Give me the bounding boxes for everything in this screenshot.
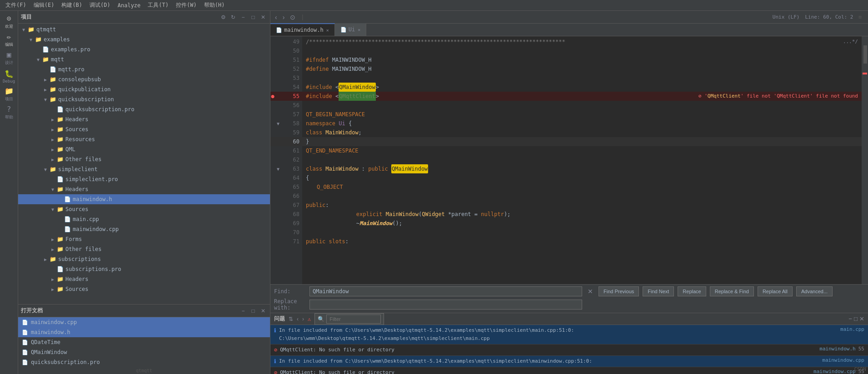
tree-item-consolepubsub[interactable]: ▶ 📁 consolepubsub <box>18 74 270 84</box>
tree-item-qs-qml[interactable]: ▶ 📁 QML <box>18 144 270 154</box>
code-line-65: Q_OBJECT <box>302 182 862 192</box>
problem-item-1[interactable]: ⊘ QMqttClient: No such file or directory… <box>270 344 868 356</box>
tree-label-main-cpp: main.cpp <box>73 216 99 222</box>
replace-find-btn[interactable]: Replace & Find <box>710 286 754 296</box>
sidebar-welcome[interactable]: ⊙ 欢迎 <box>1 14 17 30</box>
tree-item-qs-resources[interactable]: ▶ 📁 Resources <box>18 134 270 144</box>
problems-window-controls: − □ ✕ <box>848 315 864 322</box>
sidebar-debug[interactable]: 🐛 Debug <box>1 68 17 84</box>
sidebar-help[interactable]: ? 帮助 <box>1 104 17 121</box>
sidebar-design[interactable]: ▣ 设计 <box>1 50 17 66</box>
open-file-qs-pro[interactable]: 📄 quicksubscription.pro <box>18 357 270 367</box>
open-file-qmainwindow[interactable]: 📄 QMainWindow <box>18 347 270 357</box>
tree-item-simpleclient[interactable]: ▼ 📁 simpleclient <box>18 164 270 174</box>
problems-nav-prev[interactable]: ‹ <box>297 316 299 322</box>
sidebar-edit[interactable]: ✏ 编辑 <box>1 32 17 48</box>
project-tree[interactable]: ▼ 📁 qtmqtt ▼ 📁 examples ▶ 📄 examples.pro… <box>18 24 270 304</box>
tree-item-subscriptions[interactable]: ▶ 📁 subscriptions <box>18 254 270 264</box>
code-content[interactable]: /***************************************… <box>302 36 862 284</box>
tree-item-sc-forms[interactable]: ▶ 📁 Forms <box>18 234 270 244</box>
tree-item-quickpublication[interactable]: ▶ 📁 quickpublication <box>18 84 270 94</box>
tree-item-subscriptions-pro[interactable]: ▶ 📄 subscriptions.pro <box>18 264 270 274</box>
tree-item-sc-headers[interactable]: ▼ 📁 Headers <box>18 184 270 194</box>
gutter-68 <box>270 210 275 219</box>
replace-input[interactable] <box>309 300 582 310</box>
ln-66: 66 <box>281 192 302 201</box>
nav-back[interactable]: ‹ <box>273 13 279 22</box>
replace-all-btn[interactable]: Replace All <box>758 286 793 296</box>
open-files-maximize[interactable]: □ <box>249 307 257 315</box>
tree-item-qs-other[interactable]: ▶ 📁 Other files <box>18 154 270 164</box>
maximize-btn[interactable]: □ <box>249 13 257 21</box>
problem-item-3[interactable]: ⊘ QMqttClient: No such file or directory… <box>270 367 868 374</box>
tree-item-sc-other[interactable]: ▶ 📁 Other files <box>18 244 270 254</box>
problems-nav-next[interactable]: › <box>302 316 304 322</box>
menu-edit[interactable]: 编辑(E) <box>30 0 58 10</box>
open-files-close[interactable]: ✕ <box>259 307 267 315</box>
open-file-qdatetime[interactable]: 📄 QDateTime <box>18 337 270 347</box>
tree-item-examples[interactable]: ▼ 📁 examples <box>18 34 270 44</box>
problem-item-0[interactable]: ℹ In file included from C:\Users\wmm\Des… <box>270 325 868 344</box>
menu-file[interactable]: 文件(F) <box>2 0 30 10</box>
tree-item-simpleclient-pro[interactable]: ▶ 📄 simpleclient.pro <box>18 174 270 184</box>
tree-item-subs-sources[interactable]: ▶ 📁 Sources <box>18 284 270 294</box>
advanced-btn[interactable]: Advanced... <box>796 286 833 296</box>
info-icon-2: ℹ <box>274 358 276 364</box>
arrow-subs-sources: ▶ <box>49 285 56 293</box>
project-panel: 项目 ⚙ ↻ − □ ✕ ▼ 📁 qtmqtt ▼ 📁 examples <box>18 11 270 374</box>
tree-item-main-cpp[interactable]: ▶ 📄 main.cpp <box>18 214 270 224</box>
gutter-53 <box>270 74 275 83</box>
find-prev-btn[interactable]: Find Previous <box>599 286 639 296</box>
sidebar-project[interactable]: 📁 项目 <box>1 86 17 103</box>
filter-btn[interactable]: ⚙ <box>219 13 227 21</box>
problem-item-2[interactable]: ℹ In file included from C:\Users\wmm\Des… <box>270 356 868 367</box>
find-next-btn[interactable]: Find Next <box>643 286 674 296</box>
tree-item-quicksubscription-pro[interactable]: ▶ 📄 quicksubscription.pro <box>18 104 270 114</box>
find-input[interactable] <box>309 286 582 296</box>
problems-minimize[interactable]: − <box>848 315 852 322</box>
problems-filter-input[interactable] <box>326 315 381 324</box>
open-files-minimize[interactable]: − <box>239 307 247 315</box>
tree-item-mqtt-pro[interactable]: ▶ 📄 mqtt.pro <box>18 64 270 74</box>
tab-close-ui[interactable]: ✕ <box>358 27 360 32</box>
tab-close-mainwindow-h[interactable]: ✕ <box>326 28 329 33</box>
nav-sync[interactable]: ⊙ <box>288 13 297 22</box>
tree-item-qs-headers[interactable]: ▶ 📁 Headers <box>18 114 270 124</box>
problems-sort-btn[interactable]: ⇅ <box>289 316 293 322</box>
tab-mainwindow-h[interactable]: 📄 mainwindow.h ✕ <box>270 23 335 36</box>
tree-item-sc-sources[interactable]: ▼ 📁 Sources <box>18 204 270 214</box>
collapse-67 <box>275 201 281 210</box>
open-file-mainwindow-h[interactable]: 📄 mainwindow.h <box>18 327 270 337</box>
code-line-70 <box>302 228 862 237</box>
tree-item-examples-pro[interactable]: ▶ 📄 examples.pro <box>18 44 270 54</box>
menu-build[interactable]: 构建(B) <box>58 0 86 10</box>
code-line-71: public slots: <box>302 237 862 246</box>
tree-item-qtmqtt[interactable]: ▼ 📁 qtmqtt <box>18 25 270 34</box>
tree-item-subs-headers[interactable]: ▶ 📁 Headers <box>18 274 270 284</box>
problems-maximize[interactable]: □ <box>854 315 858 322</box>
ln-70: 70 <box>281 228 302 237</box>
problems-close[interactable]: ✕ <box>859 315 864 322</box>
tab-ui[interactable]: 📄 Ui ✕ <box>335 23 366 36</box>
menu-tools[interactable]: 工具(T) <box>144 0 172 10</box>
menu-controls[interactable]: 控件(W) <box>172 0 200 10</box>
replace-btn[interactable]: Replace <box>678 286 706 296</box>
close-project-btn[interactable]: ✕ <box>259 13 267 21</box>
menu-analyze[interactable]: Analyze <box>114 1 145 10</box>
main-layout: ⊙ 欢迎 ✏ 编辑 ▣ 设计 🐛 Debug 📁 项目 ? 帮助 项目 ⚙ <box>0 11 868 374</box>
menu-help[interactable]: 帮助(H) <box>200 0 229 10</box>
tree-item-mqtt[interactable]: ▼ 📁 mqtt <box>18 54 270 64</box>
menu-debug-menu[interactable]: 调试(D) <box>86 0 114 10</box>
nav-forward[interactable]: › <box>281 13 287 22</box>
var-parent: parent <box>451 211 471 217</box>
minimize-btn[interactable]: − <box>239 13 247 21</box>
tree-item-mainwindow-h[interactable]: ▶ 📄 mainwindow.h <box>18 194 270 204</box>
sync-btn[interactable]: ↻ <box>229 13 237 21</box>
code-editor[interactable]: 49 50 51 <box>270 36 868 284</box>
open-file-mainwindow-cpp[interactable]: 📄 mainwindow.cpp <box>18 317 270 327</box>
tree-item-quicksubscription[interactable]: ▼ 📁 quicksubscription <box>18 94 270 104</box>
folder-icon-subscriptions: 📁 <box>49 256 56 263</box>
tree-item-qs-sources[interactable]: ▶ 📁 Sources <box>18 124 270 134</box>
find-clear-btn[interactable]: ✕ <box>586 288 595 295</box>
tree-item-mainwindow-cpp[interactable]: ▶ 📄 mainwindow.cpp <box>18 224 270 234</box>
